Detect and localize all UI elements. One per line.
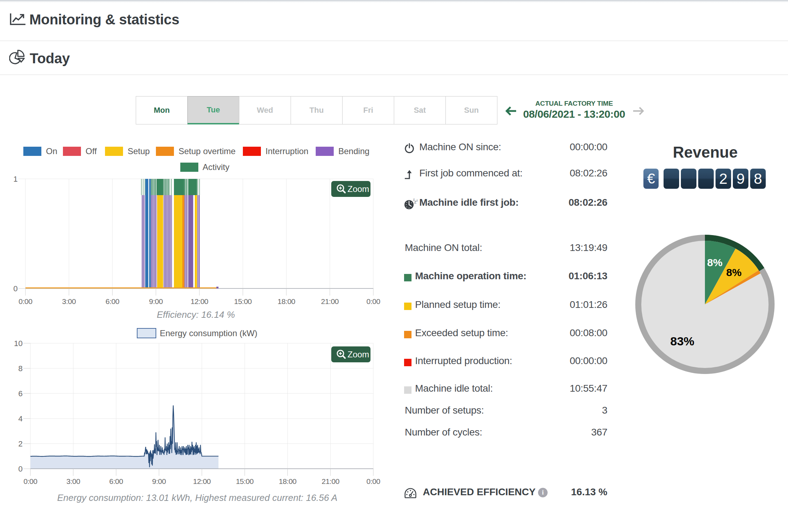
svg-text:0: 0 <box>18 464 23 473</box>
svg-text:83%: 83% <box>670 334 694 348</box>
svg-text:0:00: 0:00 <box>24 477 37 485</box>
svg-text:0:00: 0:00 <box>19 297 33 305</box>
svg-text:12:00: 12:00 <box>193 477 211 485</box>
svg-text:3:00: 3:00 <box>66 477 80 485</box>
svg-text:15:00: 15:00 <box>234 297 252 305</box>
svg-text:0: 0 <box>13 284 18 293</box>
svg-text:18:00: 18:00 <box>279 477 296 485</box>
svg-text:6: 6 <box>18 389 23 398</box>
svg-text:10: 10 <box>14 339 23 348</box>
svg-text:Energy consumption: 13.01 kWh,: Energy consumption: 13.01 kWh, Highest m… <box>57 492 337 503</box>
svg-text:9:00: 9:00 <box>152 477 166 485</box>
svg-text:4: 4 <box>18 414 23 423</box>
svg-text:0:00: 0:00 <box>367 477 380 485</box>
svg-text:Zoom: Zoom <box>348 350 369 359</box>
svg-text:12:00: 12:00 <box>191 297 208 305</box>
svg-text:8%: 8% <box>726 267 741 278</box>
svg-text:21:00: 21:00 <box>322 477 339 485</box>
svg-text:Zoom: Zoom <box>348 184 369 194</box>
svg-text:8%: 8% <box>707 257 722 268</box>
svg-text:9:00: 9:00 <box>149 297 163 305</box>
svg-text:15:00: 15:00 <box>236 477 253 485</box>
svg-text:3:00: 3:00 <box>62 297 76 305</box>
svg-text:18:00: 18:00 <box>278 297 295 305</box>
svg-text:Energy consumption (kW): Energy consumption (kW) <box>160 328 257 338</box>
svg-text:6:00: 6:00 <box>106 297 119 305</box>
svg-text:6:00: 6:00 <box>109 477 123 485</box>
svg-text:2: 2 <box>18 439 23 448</box>
svg-text:z: z <box>416 199 418 202</box>
svg-text:21:00: 21:00 <box>321 297 339 305</box>
svg-text:1: 1 <box>13 175 18 183</box>
svg-text:8: 8 <box>18 364 23 373</box>
svg-text:0:00: 0:00 <box>367 297 380 305</box>
